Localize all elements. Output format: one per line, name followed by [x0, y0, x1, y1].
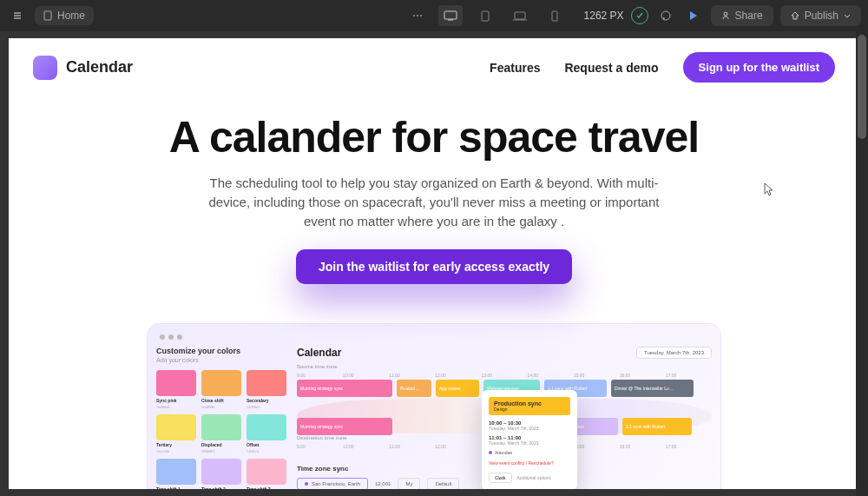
- more-icon[interactable]: ⋯: [407, 5, 428, 26]
- nav-link-request-demo[interactable]: Request a demo: [564, 61, 658, 75]
- status-check-icon[interactable]: [631, 7, 648, 24]
- calendar-event[interactable]: Morning strategy sync: [297, 380, 392, 397]
- viewport-width-label: 1262 PX: [584, 10, 624, 22]
- svg-point-6: [724, 12, 727, 16]
- product-preview: Customize your colors Add your colors Sy…: [148, 324, 720, 489]
- hour-scale: 9:0010:0011:0012:0013:0014:0015:0016:001…: [297, 373, 712, 378]
- event-lanes: Production sync Design 10:00 – 10:30 Tue…: [297, 380, 712, 432]
- hero-cta-button[interactable]: Join the waitlist for early access exact…: [296, 249, 572, 284]
- color-swatch[interactable]: Secondary#4299e1: [247, 370, 286, 409]
- calendar-event[interactable]: Dinner @ The Interstellar Lu…: [611, 380, 694, 397]
- brand-logo-icon: [33, 56, 57, 80]
- event-popup[interactable]: Production sync Design 10:00 – 10:30 Tue…: [482, 390, 577, 489]
- svg-rect-2: [482, 11, 489, 21]
- svg-rect-4: [552, 11, 557, 21]
- preview-sidebar: Customize your colors Add your colors Sy…: [156, 347, 286, 489]
- page-frame[interactable]: Calendar Features Request a demo Sign up…: [9, 38, 859, 489]
- svg-rect-0: [44, 11, 51, 20]
- color-swatch[interactable]: Displaced#68d391: [201, 414, 241, 453]
- scrollbar[interactable]: [856, 31, 868, 496]
- preview-title: Calendar: [297, 347, 341, 359]
- color-swatch-grid: Sync pink#ed64a6Close shift#ed8936Second…: [156, 370, 286, 489]
- breadcrumb-home[interactable]: Home: [35, 6, 94, 25]
- sidebar-title: Customize your colors: [156, 347, 286, 355]
- breadcrumb-label: Home: [57, 10, 85, 22]
- location-chip[interactable]: San Francisco, Earth: [297, 478, 368, 489]
- play-icon[interactable]: [683, 5, 704, 26]
- hero-title: A calander for space travel: [61, 114, 807, 162]
- share-button[interactable]: Share: [711, 5, 773, 26]
- color-swatch[interactable]: Time shift 2#9f7aea: [201, 459, 241, 489]
- brand-name: Calendar: [66, 58, 133, 76]
- nav-link-features[interactable]: Features: [490, 61, 540, 75]
- scrollbar-thumb[interactable]: [858, 35, 866, 139]
- popup-options-link[interactable]: Additional options: [517, 475, 551, 480]
- svg-point-5: [661, 11, 670, 20]
- calendar-event[interactable]: Product…: [397, 380, 431, 397]
- hero-subtitle: The scheduling tool to help you stay org…: [200, 174, 668, 230]
- color-swatch[interactable]: Tertiary#ecc94b: [156, 414, 196, 453]
- calendar-event[interactable]: App review: [436, 380, 479, 397]
- popup-conflict-link[interactable]: View event conflict / Reschedule?: [489, 460, 570, 466]
- calendar-event[interactable]: 1:1 sync with Robert: [622, 418, 692, 435]
- color-swatch[interactable]: Time shift 3#ed64a6: [247, 459, 286, 489]
- editor-topbar: Home ⋯ 1262 PX Share Publish: [0, 0, 868, 31]
- device-mobile-icon[interactable]: [542, 5, 567, 26]
- device-tablet-icon[interactable]: [473, 5, 497, 26]
- comment-icon[interactable]: [655, 5, 676, 26]
- device-laptop-icon[interactable]: [508, 5, 532, 26]
- popup-attendee: Attendee: [489, 450, 570, 455]
- color-swatch[interactable]: Offset#4fd1c5: [247, 414, 286, 453]
- popup-header: Production sync Design: [489, 397, 570, 415]
- default-select[interactable]: Default: [427, 478, 459, 489]
- sidebar-subtitle: Add your colors: [156, 357, 286, 363]
- popup-clock-button[interactable]: Clock: [489, 473, 512, 483]
- preview-date-picker[interactable]: Tuesday, March 7th, 2023: [636, 347, 712, 359]
- preview-main: Calendar Tuesday, March 7th, 2023 Source…: [297, 347, 712, 489]
- device-desktop-icon[interactable]: [438, 5, 463, 26]
- svg-rect-1: [444, 11, 457, 19]
- color-swatch[interactable]: Time shift 1#667eea: [156, 459, 196, 489]
- hero: A calander for space travel The scheduli…: [9, 96, 859, 284]
- site-nav: Calendar Features Request a demo Sign up…: [9, 38, 859, 96]
- color-swatch[interactable]: Sync pink#ed64a6: [156, 370, 196, 409]
- publish-button[interactable]: Publish: [780, 5, 861, 26]
- calendar-event[interactable]: Morning strategy sync: [297, 418, 392, 435]
- my-select[interactable]: My: [398, 478, 420, 489]
- window-dots: [156, 333, 712, 347]
- brand[interactable]: Calendar: [33, 56, 133, 80]
- color-swatch[interactable]: Close shift#ed8936: [201, 370, 241, 409]
- nav-cta-signup[interactable]: Sign up for the waitlist: [683, 52, 835, 83]
- tz-source-label: Source time zone: [297, 364, 712, 369]
- editor-canvas: Calendar Features Request a demo Sign up…: [0, 31, 868, 496]
- svg-rect-3: [515, 12, 525, 19]
- menu-icon[interactable]: [7, 5, 28, 26]
